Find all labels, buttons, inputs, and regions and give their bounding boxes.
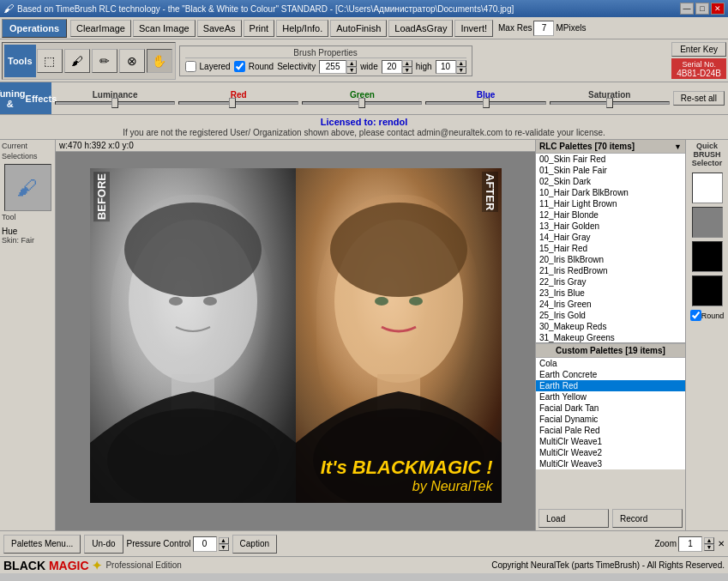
svg-point-5 (203, 297, 217, 306)
zoom-close-btn[interactable]: ✕ (718, 539, 725, 548)
max-res-input[interactable] (533, 21, 554, 36)
selectivity-down-btn[interactable]: ▼ (346, 67, 357, 74)
luminance-thumb[interactable] (111, 98, 118, 108)
blue-slider-group: Blue (425, 90, 545, 106)
rlc-item-16[interactable]: 31_Makeup Greens (536, 332, 685, 342)
rlc-item-4[interactable]: 11_Hair Light Brown (536, 198, 685, 209)
canvas-area[interactable]: w:470 h:392 x:0 y:0 (56, 140, 535, 530)
custom-item-facial-dark-tan[interactable]: Facial Dark Tan (536, 402, 685, 414)
paint-tool-btn[interactable]: ✏ (92, 49, 117, 73)
help-menu[interactable]: Help/Info. (276, 20, 328, 37)
wide-input[interactable] (382, 60, 402, 74)
custom-item-multiclr-weave1[interactable]: MultiClr Weave1 (536, 436, 685, 447)
load-button[interactable]: Load (538, 509, 609, 528)
minimize-button[interactable]: — (680, 3, 694, 15)
brush-swatch-4[interactable] (692, 275, 723, 306)
rlc-item-12[interactable]: 23_Iris Blue (536, 287, 685, 299)
svg-point-7 (330, 203, 467, 297)
maximize-button[interactable]: □ (695, 3, 709, 15)
selectivity-input[interactable]: 255 (319, 60, 346, 74)
green-thumb[interactable] (358, 98, 365, 108)
wide-down-btn[interactable]: ▼ (402, 67, 412, 74)
record-button[interactable]: Record (612, 509, 683, 528)
rlc-item-11[interactable]: 22_Iris Gray (536, 276, 685, 287)
blue-thumb[interactable] (483, 98, 490, 108)
round-checkbox[interactable] (690, 310, 701, 321)
reset-all-button[interactable]: Re-set all (673, 91, 725, 106)
enter-key-button[interactable]: Enter Key (671, 42, 726, 57)
rlc-item-15[interactable]: 30_Makeup Reds (536, 321, 685, 332)
custom-item-earth-yellow[interactable]: Earth Yellow (536, 391, 685, 402)
rlc-palettes-header: RLC Palettes [70 items] ▼ (536, 140, 685, 154)
watermark-line2: by NeuralTek (321, 479, 493, 494)
rlc-item-7[interactable]: 14_Hair Gray (536, 232, 685, 243)
selectivity-up-btn[interactable]: ▲ (346, 60, 357, 67)
high-up-btn[interactable]: ▲ (456, 60, 466, 67)
load-as-gray-menu[interactable]: LoadAsGray (388, 20, 453, 37)
zoom-down-btn[interactable]: ▼ (704, 544, 714, 551)
pressure-input[interactable]: 0 (193, 536, 217, 552)
brush-tool-btn[interactable]: 🖌 (64, 49, 90, 73)
custom-item-earth-concrete[interactable]: Earth Concrete (536, 369, 685, 380)
pressure-up-btn[interactable]: ▲ (219, 537, 229, 544)
pressure-down-btn[interactable]: ▼ (219, 544, 229, 551)
saturation-thumb[interactable] (606, 98, 613, 108)
custom-palettes-section: Custom Palettes [19 items] Cola Earth Co… (536, 343, 685, 506)
wide-up-btn[interactable]: ▲ (402, 60, 412, 67)
eraser-tool-btn[interactable]: ⊗ (119, 49, 145, 73)
custom-item-multiclr-weave3[interactable]: MultiClr Weave3 (536, 458, 685, 469)
custom-palettes-list[interactable]: Cola Earth Concrete Earth Red Earth Yell… (536, 358, 685, 469)
brush-swatch-1[interactable] (692, 172, 723, 203)
title-bar: 🖌 Based on TimeBrush RLC technology - th… (0, 0, 728, 17)
rlc-item-5[interactable]: 12_Hair Blonde (536, 209, 685, 221)
rlc-item-3[interactable]: 10_Hair Dark BlkBrown (536, 187, 685, 198)
custom-item-facial-pale-red[interactable]: Facial Pale Red (536, 425, 685, 436)
select-tool-btn[interactable]: ⬚ (37, 49, 63, 73)
save-as-menu[interactable]: SaveAs (197, 20, 242, 37)
clear-image-menu[interactable]: ClearImage (70, 20, 131, 37)
serial-number-display: Serial No. 4B81-D24B (671, 58, 726, 79)
undo-button[interactable]: Un-do (84, 535, 123, 554)
red-thumb[interactable] (229, 98, 236, 108)
high-input[interactable] (436, 60, 456, 74)
rlc-item-1[interactable]: 01_Skin Pale Fair (536, 165, 685, 176)
caption-button[interactable]: Caption (232, 535, 277, 554)
hand-tool-btn[interactable]: ✋ (147, 49, 172, 73)
black-magic-logo: BLACK MAGIC ✦ (3, 559, 102, 572)
red-track (178, 101, 298, 105)
round-checkbox[interactable] (234, 61, 245, 72)
operations-menu[interactable]: Operations (2, 19, 67, 38)
print-menu[interactable]: Print (244, 20, 275, 37)
palettes-menu-button[interactable]: Palettes Menu... (3, 535, 81, 554)
layered-checkbox[interactable] (185, 61, 196, 72)
zoom-up-btn[interactable]: ▲ (704, 537, 714, 544)
copyright-text: Copyright NeuralTek (parts TimeBrush) - … (491, 560, 725, 570)
high-down-btn[interactable]: ▼ (456, 67, 466, 74)
custom-item-facial-dynamic[interactable]: Facial Dynamic (536, 414, 685, 425)
rlc-item-6[interactable]: 13_Hair Golden (536, 221, 685, 232)
round-label: Round (249, 62, 274, 71)
rlc-palettes-list[interactable]: 00_Skin Fair Red 01_Skin Pale Fair 02_Sk… (536, 154, 685, 342)
custom-item-cola[interactable]: Cola (536, 358, 685, 369)
zoom-input[interactable] (678, 536, 702, 552)
max-res-group: Max Res MPixels (498, 21, 586, 36)
rlc-item-8[interactable]: 15_Hair Red (536, 243, 685, 254)
rlc-item-14[interactable]: 25_Iris Gold (536, 310, 685, 321)
rlc-item-0[interactable]: 00_Skin Fair Red (536, 154, 685, 165)
custom-item-earth-red[interactable]: Earth Red (536, 380, 685, 391)
hue-label: Hue (2, 227, 53, 236)
scan-image-menu[interactable]: Scan Image (133, 20, 196, 37)
bottom-bar: Palettes Menu... Un-do Pressure Control … (0, 530, 728, 556)
close-button[interactable]: ✕ (711, 3, 725, 15)
rlc-item-10[interactable]: 21_Iris RedBrown (536, 265, 685, 276)
rlc-item-13[interactable]: 24_Iris Green (536, 299, 685, 310)
rlc-item-9[interactable]: 20_Iris BlkBrown (536, 254, 685, 265)
invert-menu[interactable]: Invert! (454, 20, 493, 37)
saturation-slider-group: Saturation (550, 90, 670, 106)
custom-item-multiclr-weave2[interactable]: MultiClr Weave2 (536, 447, 685, 458)
title-text: Based on TimeBrush RLC technology - the … (17, 4, 680, 14)
brush-swatch-2[interactable] (692, 207, 723, 238)
brush-swatch-3[interactable] (692, 241, 723, 272)
rlc-item-2[interactable]: 02_Skin Dark (536, 176, 685, 187)
auto-finish-menu[interactable]: AutoFinish (330, 20, 387, 37)
